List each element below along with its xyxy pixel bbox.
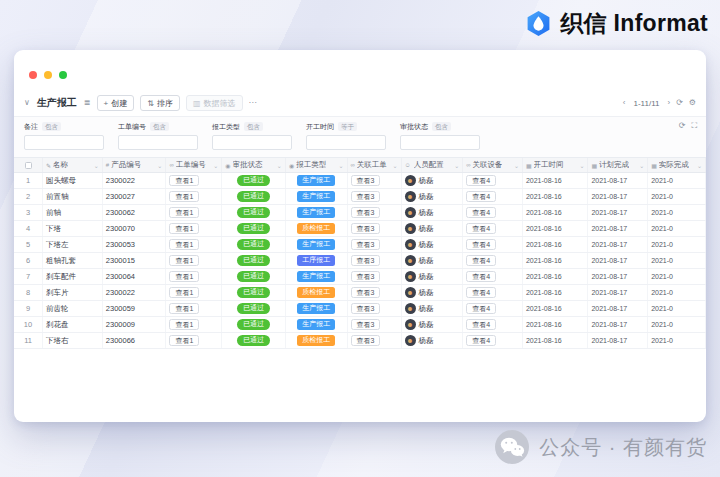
chevron-down-icon[interactable]: ⌄ [579,162,584,169]
close-button[interactable] [29,71,37,79]
column-header[interactable]: ▦ 实际完成 ⌄ [648,158,706,172]
view-work-order-button[interactable]: 查看1 [169,207,199,219]
chevron-down-icon[interactable]: ⌄ [454,162,459,169]
avatar: ☻ [405,175,416,186]
view-related-order-button[interactable]: 查看3 [351,287,381,299]
filter-input[interactable] [118,135,198,150]
row-number: 7 [26,272,30,281]
chevron-down-icon[interactable]: ⌄ [213,162,218,169]
column-type-icon: ◉ [225,162,230,169]
filter-expand-icon[interactable]: ⛶ [691,122,697,130]
view-equipment-button[interactable]: 查看4 [466,207,496,219]
cell-actual-date: 2021-0 [648,189,706,204]
table-row[interactable]: 6 粗轴孔套 2300015 查看1 已通过 工序报工 查看3 ☻ 杨磊 查看4… [14,253,706,269]
create-button[interactable]: + 创建 [97,95,135,111]
view-equipment-button[interactable]: 查看4 [466,319,496,331]
chevron-down-icon[interactable]: ⌄ [277,162,282,169]
view-related-order-button[interactable]: 查看3 [351,319,381,331]
filter-input[interactable] [24,135,104,150]
chevron-left-icon[interactable]: ‹ [623,99,626,107]
cell-product-no: 2300062 [103,205,167,220]
filter-input[interactable] [306,135,386,150]
view-equipment-button[interactable]: 查看4 [466,223,496,235]
column-header[interactable]: ◉ 报工类型 ⌄ [286,158,348,172]
window-titlebar [14,50,706,90]
view-related-order-button[interactable]: 查看3 [351,271,381,283]
table-row[interactable]: 1 圆头螺母 2300022 查看1 已通过 生产报工 查看3 ☻ 杨磊 查看4… [14,173,706,189]
table-row[interactable]: 3 前轴 2300062 查看1 已通过 生产报工 查看3 ☻ 杨磊 查看4 2… [14,205,706,221]
data-filter-button[interactable]: ▥ 数据筛选 [186,95,243,111]
table-row[interactable]: 4 下塔 2300070 查看1 已通过 质检报工 查看3 ☻ 杨磊 查看4 2… [14,221,706,237]
filter-refresh-icon[interactable]: ⟳ [679,122,686,130]
column-header[interactable]: ∞ 关联工单 ⌄ [348,158,402,172]
view-work-order-button[interactable]: 查看1 [169,335,199,347]
chevron-down-icon[interactable]: ⌄ [157,162,162,169]
view-work-order-button[interactable]: 查看1 [169,175,199,187]
table-row[interactable]: 9 前齿轮 2300059 查看1 已通过 生产报工 查看3 ☻ 杨磊 查看4 … [14,301,706,317]
view-equipment-button[interactable]: 查看4 [466,239,496,251]
view-work-order-button[interactable]: 查看1 [169,191,199,203]
table-row[interactable]: 2 前置轴 2300027 查看1 已通过 生产报工 查看3 ☻ 杨磊 查看4 … [14,189,706,205]
chevron-down-icon[interactable]: ∨ [24,99,30,107]
table-row[interactable]: 5 下塔左 2300053 查看1 已通过 生产报工 查看3 ☻ 杨磊 查看4 … [14,237,706,253]
view-equipment-button[interactable]: 查看4 [466,303,496,315]
view-related-order-button[interactable]: 查看3 [351,303,381,315]
select-all-header[interactable] [14,158,43,172]
minimize-button[interactable] [44,71,52,79]
view-work-order-button[interactable]: 查看1 [169,319,199,331]
table-row[interactable]: 10 刹花盘 2300009 查看1 已通过 生产报工 查看3 ☻ 杨磊 查看4… [14,317,706,333]
view-work-order-button[interactable]: 查看1 [169,239,199,251]
view-work-order-button[interactable]: 查看1 [169,271,199,283]
view-related-order-button[interactable]: 查看3 [351,223,381,235]
settings-gear-icon[interactable]: ⚙ [689,99,696,107]
zoom-button[interactable] [59,71,67,79]
filter-operator[interactable]: 包含 [42,122,61,131]
column-header[interactable]: ∞ 关联设备 ⌄ [463,158,523,172]
view-related-order-button[interactable]: 查看3 [351,255,381,267]
chevron-down-icon[interactable]: ⌄ [392,162,397,169]
table-row[interactable]: 8 刹车片 2300022 查看1 已通过 质检报工 查看3 ☻ 杨磊 查看4 … [14,285,706,301]
column-header[interactable]: ✎ 名称 ⌄ [43,158,103,172]
column-header[interactable]: ◉ 审批状态 ⌄ [222,158,286,172]
chevron-down-icon[interactable]: ⌄ [514,162,519,169]
table-row[interactable]: 11 下塔右 2300066 查看1 已通过 质检报工 查看3 ☻ 杨磊 查看4… [14,333,706,349]
column-header[interactable]: ▦ 计划完成 ⌄ [588,158,648,172]
view-related-order-button[interactable]: 查看3 [351,239,381,251]
view-work-order-button[interactable]: 查看1 [169,255,199,267]
sort-button[interactable]: ⇅ 排序 [140,95,180,111]
view-equipment-button[interactable]: 查看4 [466,271,496,283]
chevron-down-icon[interactable]: ⌄ [697,162,702,169]
column-header[interactable]: # 产品编号 ⌄ [103,158,167,172]
column-header[interactable]: ▦ 开工时间 ⌄ [523,158,589,172]
view-related-order-button[interactable]: 查看3 [351,175,381,187]
view-equipment-button[interactable]: 查看4 [466,191,496,203]
chevron-down-icon[interactable]: ⌄ [639,162,644,169]
filter-input[interactable] [212,135,292,150]
filter-operator[interactable]: 等于 [338,122,357,131]
filter-operator[interactable]: 包含 [244,122,263,131]
view-related-order-button[interactable]: 查看3 [351,335,381,347]
more-icon[interactable]: ⋯ [249,99,257,107]
filter-input[interactable] [400,135,480,150]
view-equipment-button[interactable]: 查看4 [466,335,496,347]
view-work-order-button[interactable]: 查看1 [169,223,199,235]
table-row[interactable]: 7 刹车配件 2300064 查看1 已通过 生产报工 查看3 ☻ 杨磊 查看4… [14,269,706,285]
view-work-order-button[interactable]: 查看1 [169,287,199,299]
view-equipment-button[interactable]: 查看4 [466,175,496,187]
filter-operator[interactable]: 包含 [432,122,451,131]
view-related-order-button[interactable]: 查看3 [351,207,381,219]
view-equipment-button[interactable]: 查看4 [466,255,496,267]
column-header[interactable]: ☺ 人员配置 ⌄ [402,158,464,172]
view-switcher-icon[interactable]: ≣ [84,99,91,107]
view-equipment-button[interactable]: 查看4 [466,287,496,299]
view-related-order-button[interactable]: 查看3 [351,191,381,203]
chevron-right-icon[interactable]: › [667,99,670,107]
select-all-checkbox[interactable] [25,162,32,169]
view-work-order-button[interactable]: 查看1 [169,303,199,315]
chevron-down-icon[interactable]: ⌄ [339,162,344,169]
filter-operator[interactable]: 包含 [150,122,169,131]
column-header[interactable]: ∞ 工单编号 ⌄ [166,158,222,172]
chevron-down-icon[interactable]: ⌄ [94,162,99,169]
refresh-icon[interactable]: ⟳ [676,99,683,107]
report-type-badge: 生产报工 [297,239,335,250]
